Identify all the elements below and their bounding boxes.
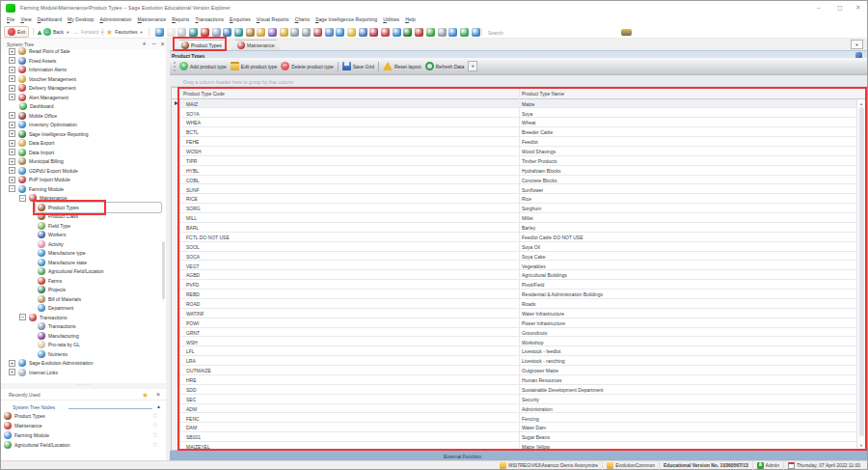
back-button[interactable]: ←Back▼ xyxy=(43,26,69,38)
favourites-button[interactable]: ★Favourites▼ xyxy=(106,26,143,38)
tree-item-sage-intelligence-reporting[interactable]: +Sage Intelligence Reporting xyxy=(9,129,88,139)
tree-item-voucher-management[interactable]: +Voucher Management xyxy=(9,74,76,84)
clock-icon[interactable] xyxy=(177,28,186,37)
expander-icon[interactable]: + xyxy=(9,94,15,100)
tree-item-municipal-billing[interactable]: +Municipal Billing xyxy=(9,157,64,167)
menu-file[interactable]: File xyxy=(4,16,17,22)
menu-my-desktop[interactable]: My Desktop xyxy=(65,16,96,22)
expander-icon[interactable]: + xyxy=(9,149,15,155)
printer2-icon[interactable] xyxy=(302,28,311,37)
recently-used-close-icon[interactable]: × xyxy=(156,391,160,398)
tree-item-dashboard[interactable]: Dashboard xyxy=(19,102,53,112)
favourite-star-icon[interactable]: ☆ xyxy=(152,412,158,420)
tree-item-alert-management[interactable]: +Alert Management xyxy=(9,93,68,102)
window-icon[interactable] xyxy=(212,28,221,37)
recent-item-agricultural-field-location[interactable]: Agricultural Field/Location☆ xyxy=(4,440,163,450)
favourite-star-icon[interactable]: ☆ xyxy=(152,422,158,429)
tree-item-delivery-management[interactable]: +Delivery Management xyxy=(9,84,76,94)
expander-icon[interactable]: − xyxy=(19,314,26,320)
expander-icon[interactable]: + xyxy=(9,360,15,367)
expander-icon[interactable]: + xyxy=(9,48,15,55)
forward-button[interactable]: →Forward▼ xyxy=(71,26,104,38)
chart-icon[interactable] xyxy=(325,28,334,37)
menu-maintenance[interactable]: Maintenance xyxy=(135,16,170,22)
chart-up-icon[interactable] xyxy=(426,28,435,37)
tree-item-farming-module[interactable]: −Farming Module xyxy=(9,184,64,194)
favourite-star-icon[interactable]: ☆ xyxy=(152,441,158,449)
expander-icon[interactable]: + xyxy=(9,369,15,375)
toolbar-options-dropdown[interactable]: ▼ xyxy=(468,61,477,71)
expander-icon[interactable]: + xyxy=(9,112,15,119)
recent-item-farming-module[interactable]: Farming Module☆ xyxy=(4,430,163,440)
arrow-icon[interactable] xyxy=(223,28,231,37)
tree-item-transactions[interactable]: −Transactions xyxy=(19,313,67,322)
tree-item-farms[interactable]: Farms xyxy=(38,276,62,286)
menu-administration[interactable]: Administration xyxy=(96,16,134,22)
tree-item-transactions[interactable]: Transactions xyxy=(38,322,75,332)
excel-icon[interactable] xyxy=(403,28,412,37)
tree-item-department[interactable]: Department xyxy=(38,304,73,314)
menu-reports[interactable]: Reports xyxy=(169,16,192,22)
person-icon[interactable] xyxy=(268,28,277,37)
printer3-icon[interactable] xyxy=(313,28,322,37)
tools-icon[interactable] xyxy=(246,28,255,37)
tree-item-pro-rata-by-gl[interactable]: Pro-rata by GL xyxy=(38,341,80,350)
expander-icon[interactable]: + xyxy=(9,158,15,165)
refresh-data-button[interactable]: Refresh Data xyxy=(425,62,464,70)
tree-item-nutrients[interactable]: Nutrients xyxy=(38,349,68,359)
document-icon[interactable] xyxy=(167,28,176,37)
tree-item-activity[interactable]: Activity xyxy=(38,239,64,249)
tab-list-dropdown[interactable]: ▼ xyxy=(851,40,863,49)
shield-icon[interactable] xyxy=(369,28,378,37)
section-collapse-icon[interactable]: ▲ xyxy=(156,403,161,409)
key-icon[interactable] xyxy=(347,28,356,37)
menu-dashboard[interactable]: Dashboard xyxy=(35,16,65,22)
tree-item-workers[interactable]: Workers xyxy=(38,231,67,240)
menu-enquiries[interactable]: Enquiries xyxy=(227,16,254,22)
globe-icon[interactable] xyxy=(155,28,164,37)
tree-item-data-export[interactable]: +Data Export xyxy=(9,139,54,149)
tree-item-pnp-import-module[interactable]: +PnP Import Module xyxy=(9,176,70,185)
menu-visual-reports[interactable]: Visual Reports xyxy=(254,16,292,22)
tree-item-sage-evolution-administration[interactable]: +Sage Evolution Administration xyxy=(9,359,93,369)
up-button[interactable]: ▲ xyxy=(36,26,43,38)
globe4-icon[interactable] xyxy=(448,28,457,37)
money-icon[interactable] xyxy=(280,28,288,37)
tree-item-field-type[interactable]: Field Type xyxy=(38,221,70,231)
expander-icon[interactable]: + xyxy=(9,177,15,183)
search-binoculars-icon[interactable] xyxy=(621,29,632,36)
tree-item-retail-point-of-sale[interactable]: +Retail Point of Sale xyxy=(9,47,70,56)
drawer-icon[interactable] xyxy=(189,28,198,37)
tree-collapse-button[interactable]: − xyxy=(149,41,158,47)
tree-item-manufacturing[interactable]: Manufacturing xyxy=(38,331,79,341)
printer-icon[interactable] xyxy=(290,28,299,37)
menu-charts[interactable]: Charts xyxy=(292,16,312,22)
tree-item-agricultural-field-location[interactable]: Agricultural Field/Location xyxy=(38,267,104,277)
expander-icon[interactable]: + xyxy=(9,122,15,128)
package-icon[interactable] xyxy=(359,28,367,37)
globe3-icon[interactable] xyxy=(393,28,401,37)
save-grid-button[interactable]: Save Grid xyxy=(342,62,374,70)
box-icon[interactable] xyxy=(234,28,243,37)
minimize-button[interactable]: – xyxy=(811,2,827,13)
tree-item-fixed-assets[interactable]: +Fixed Assets xyxy=(9,56,56,66)
expander-icon[interactable]: − xyxy=(9,185,15,192)
tree-item-manufacture-state[interactable]: Manufacture state xyxy=(38,258,87,267)
edit-product-type-button[interactable]: Edit product type xyxy=(231,62,278,70)
expander-icon[interactable]: + xyxy=(9,75,15,82)
coins-icon[interactable] xyxy=(257,28,265,37)
globe5-icon[interactable] xyxy=(472,28,480,37)
expander-icon[interactable]: + xyxy=(9,167,15,174)
cart-icon[interactable] xyxy=(381,28,390,37)
link-icon[interactable] xyxy=(460,28,469,37)
search-input[interactable]: Search xyxy=(488,30,503,36)
delivery-icon[interactable] xyxy=(201,28,209,37)
tree-scrollbar[interactable] xyxy=(162,241,165,299)
expander-icon[interactable]: + xyxy=(9,67,15,73)
menu-transactions[interactable]: Transactions xyxy=(192,16,227,22)
expander-icon[interactable]: + xyxy=(9,57,15,64)
key2-icon[interactable] xyxy=(415,28,423,37)
expander-icon[interactable]: + xyxy=(9,140,15,147)
tree-item-bill-of-materials[interactable]: Bill of Materials xyxy=(38,294,81,304)
expander-icon[interactable]: + xyxy=(9,130,15,137)
